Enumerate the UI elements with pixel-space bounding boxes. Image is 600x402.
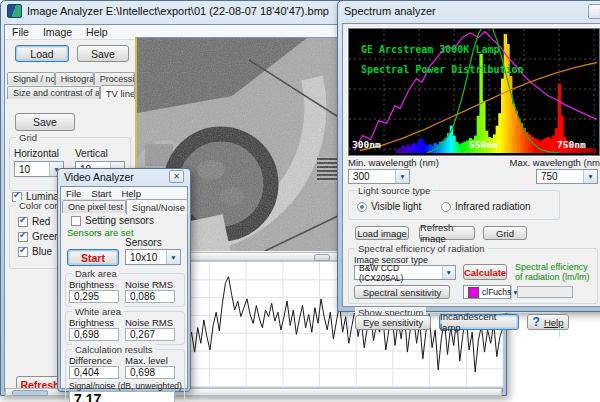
spectral-efficiency-label: Spectral efficiency of radiation: [355, 243, 488, 254]
green-checkbox[interactable]: Green: [18, 231, 60, 242]
sensors-value: 10x10: [130, 252, 157, 263]
infrared-label: Infrared radiation: [455, 201, 531, 212]
efficiency-result-label: Spectral efficiency of radiation (lm/lm): [515, 262, 595, 282]
close-icon[interactable]: ✕: [588, 4, 600, 19]
efficiency-result-field[interactable]: [517, 286, 573, 298]
spectrum-analyzer-titlebar[interactable]: Spectrum analyzer ✕: [338, 1, 600, 21]
tab-signal-noise[interactable]: Signal / noise: [7, 72, 55, 85]
checkbox-icon[interactable]: [18, 232, 28, 242]
window-title: Image Analyzer E:\Intellect\export\01 (2…: [27, 5, 329, 17]
chevron-down-icon[interactable]: ▼: [395, 170, 409, 183]
main-tabs-row1: Signal / noise Histogram Processing: [7, 71, 135, 85]
blue-checkbox[interactable]: Blue: [18, 246, 52, 257]
dark-noise-field[interactable]: 0,086: [125, 290, 175, 303]
close-icon[interactable]: ✕: [169, 170, 184, 183]
difference-field[interactable]: 0,404: [69, 366, 119, 379]
refresh-image-button[interactable]: Refresh image: [419, 226, 475, 240]
dark-brightness-field[interactable]: 0,295: [69, 290, 119, 303]
chevron-down-icon[interactable]: ▼: [166, 250, 180, 264]
scrollbar-thumb[interactable]: [314, 254, 330, 261]
menu-help[interactable]: Help: [79, 26, 115, 38]
checkbox-icon[interactable]: [18, 217, 28, 227]
tab-tv-lines[interactable]: TV lines: [100, 85, 135, 99]
start-button[interactable]: Start: [67, 249, 119, 266]
app-icon: [7, 4, 22, 18]
max-wavelength-combo[interactable]: 750▼: [536, 169, 598, 184]
tab-histogram[interactable]: Histogram: [55, 72, 94, 85]
svg-text:300nm: 300nm: [352, 139, 381, 150]
video-analyzer-window: Video Analyzer ✕ File Start Help One pix…: [57, 168, 191, 392]
spectrum-analyzer-content: GE Arcstream 3000K LampSpectral Power Di…: [342, 23, 600, 307]
visible-light-radio[interactable]: Visible light: [357, 201, 421, 212]
spectrum-chart-frame: GE Arcstream 3000K LampSpectral Power Di…: [348, 28, 600, 156]
menu-help[interactable]: Help: [116, 188, 146, 199]
grid-button[interactable]: Grid: [483, 226, 527, 240]
window-title: Spectrum analyzer: [344, 5, 436, 17]
help-icon: ?: [533, 315, 540, 329]
difference-label: Difference: [69, 355, 112, 366]
color-combo[interactable]: clFuchs▼: [463, 285, 511, 299]
radio-icon[interactable]: [441, 202, 451, 212]
tab-signal-noise[interactable]: Signal/Noise: [126, 199, 188, 214]
desktop: Image Analyzer E:\Intellect\export\01 (2…: [0, 0, 600, 402]
svg-text:GE Arcstream 3000K Lamp: GE Arcstream 3000K Lamp: [361, 44, 499, 55]
main-tabs-row2: Size and contrast of an object TV lines: [7, 85, 135, 99]
sensors-combo[interactable]: 10x10▼: [125, 249, 181, 265]
green-label: Green: [32, 231, 60, 242]
menu-file[interactable]: File: [5, 26, 36, 38]
red-checkbox[interactable]: Red: [18, 216, 50, 227]
checkbox-icon[interactable]: [18, 247, 28, 257]
min-wavelength-label: Min. wavelength (nm): [348, 157, 439, 168]
white-area-label: White area: [72, 306, 124, 317]
video-tabs: One pixel test Signal/Noise: [62, 199, 188, 213]
max-wavelength-value: 750: [541, 171, 558, 182]
tab-size-contrast[interactable]: Size and contrast of an object: [7, 86, 100, 99]
load-image-button[interactable]: Load image: [355, 226, 409, 240]
calculation-results-label: Calculation results: [72, 344, 156, 355]
panel-save-button[interactable]: Save: [15, 113, 75, 131]
spectral-power-chart: GE Arcstream 3000K LampSpectral Power Di…: [349, 29, 597, 153]
tab-processing[interactable]: Processing: [94, 72, 135, 85]
noise-rms-label: Noise RMS: [125, 279, 173, 290]
chevron-down-icon[interactable]: ▼: [583, 170, 597, 183]
visible-light-label: Visible light: [371, 201, 421, 212]
chevron-down-icon[interactable]: ▼: [442, 266, 455, 279]
svg-text:Spectral Power Distribution: Spectral Power Distribution: [361, 64, 524, 75]
white-brightness-field[interactable]: 0,698: [69, 328, 119, 341]
eye-sensitivity-button[interactable]: Eye sensitivity: [355, 315, 431, 330]
image-sensor-combo[interactable]: B&W CCD (ICX205AL)▼: [354, 265, 456, 280]
menu-start[interactable]: Start: [86, 188, 116, 199]
tab-one-pixel-test[interactable]: One pixel test: [62, 200, 126, 213]
help-button[interactable]: ? Help: [527, 314, 569, 330]
snr-value-field[interactable]: 7,17: [69, 391, 175, 402]
help-label: Help: [544, 317, 564, 328]
radio-icon[interactable]: [357, 202, 367, 212]
max-level-field[interactable]: 0,698: [125, 366, 175, 379]
min-wavelength-combo[interactable]: 300▼: [348, 169, 410, 184]
color-swatch-icon: [468, 287, 479, 298]
menu-image[interactable]: Image: [36, 26, 79, 38]
setting-sensors-checkbox[interactable]: Setting sensors: [71, 215, 154, 226]
video-analyzer-content: File Start Help One pixel test Signal/No…: [60, 186, 188, 389]
spectral-sensitivity-button[interactable]: Spectral sensitivity: [354, 285, 450, 299]
vertical-label: Vertical: [75, 148, 108, 159]
svg-text:750nm: 750nm: [557, 139, 586, 150]
calculate-button[interactable]: Calculate: [463, 264, 507, 280]
sensors-set-status: Sensors are set: [67, 227, 134, 238]
setting-sensors-label: Setting sensors: [85, 215, 154, 226]
video-analyzer-titlebar[interactable]: Video Analyzer ✕: [58, 169, 190, 184]
max-wavelength-label: Max. wavelength (nm): [510, 157, 600, 168]
grid-group-label: Grid: [16, 132, 40, 143]
save-button-top[interactable]: Save: [77, 45, 129, 62]
dark-area-label: Dark area: [72, 268, 120, 279]
infrared-radio[interactable]: Infrared radiation: [441, 201, 531, 212]
white-noise-field[interactable]: 0,267: [125, 328, 175, 341]
incandescent-lamp-button[interactable]: Incandescent lamp: [439, 314, 519, 330]
window-title: Video Analyzer: [64, 171, 134, 183]
menu-file[interactable]: File: [61, 188, 86, 199]
load-button[interactable]: Load: [15, 45, 69, 62]
min-wavelength-value: 300: [353, 171, 370, 182]
scrollbar-thumb[interactable]: [12, 390, 48, 396]
red-label: Red: [32, 216, 50, 227]
checkbox-icon[interactable]: [71, 216, 81, 226]
